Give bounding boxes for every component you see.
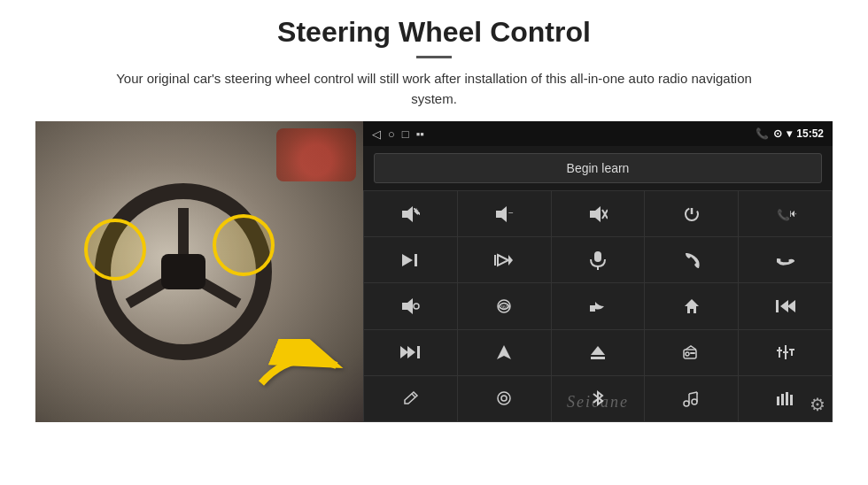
wifi-icon: ▾ — [787, 127, 792, 140]
phone-icon: 📞 — [756, 127, 769, 140]
svg-marker-9 — [590, 206, 601, 222]
status-bar-left: ◁ ○ □ ▪▪ — [372, 127, 424, 141]
vol-up-button[interactable]: + — [364, 191, 457, 236]
dashboard-gauges — [276, 128, 356, 181]
radio-wrapper: + − 📞⏮ 360° — [363, 190, 833, 422]
svg-marker-1 — [402, 206, 413, 222]
svg-marker-16 — [402, 254, 413, 266]
next-next-button[interactable] — [364, 330, 457, 375]
eject-button[interactable] — [552, 330, 645, 375]
circle-gear-button[interactable] — [458, 376, 551, 421]
svg-marker-7 — [496, 206, 507, 222]
back-icon[interactable]: ◁ — [372, 127, 381, 141]
svg-rect-56 — [781, 394, 784, 405]
page-container: Steering Wheel Control Your original car… — [0, 0, 868, 485]
hang-up-button[interactable] — [739, 237, 832, 282]
status-bar: ◁ ○ □ ▪▪ 📞 ⊙ ▾ 15:52 — [363, 121, 833, 146]
music-eq-button[interactable]: * — [645, 376, 738, 421]
svg-rect-17 — [415, 254, 417, 266]
subtitle: Your original car's steering wheel contr… — [102, 69, 766, 109]
radio-button[interactable] — [645, 330, 738, 375]
begin-learn-button[interactable]: Begin learn — [374, 153, 822, 183]
sim-icon: ▪▪ — [416, 127, 424, 141]
highlight-left-buttons — [84, 219, 146, 281]
mic-button[interactable] — [552, 237, 645, 282]
svg-point-48 — [501, 396, 507, 401]
svg-point-50 — [692, 399, 697, 404]
highlight-right-buttons — [213, 214, 275, 276]
svg-text:+: + — [415, 206, 419, 214]
svg-marker-27 — [685, 299, 699, 313]
svg-rect-36 — [591, 357, 605, 359]
page-title: Steering Wheel Control — [277, 16, 591, 49]
svg-rect-21 — [594, 251, 601, 262]
square-icon[interactable]: □ — [402, 127, 409, 141]
home-button[interactable] — [645, 283, 738, 328]
svg-marker-29 — [780, 300, 788, 312]
vol-down-button[interactable]: − — [458, 191, 551, 236]
navigate-button[interactable] — [458, 330, 551, 375]
svg-marker-34 — [497, 345, 511, 359]
svg-marker-20 — [508, 255, 513, 266]
svg-text:*: * — [696, 392, 699, 397]
svg-marker-35 — [591, 346, 605, 355]
svg-rect-57 — [786, 392, 788, 405]
bluetooth-button[interactable] — [552, 376, 645, 421]
prev-prev-button[interactable] — [739, 283, 832, 328]
content-row: ◁ ○ □ ▪▪ 📞 ⊙ ▾ 15:52 Begin learn — [35, 121, 833, 422]
svg-marker-23 — [402, 298, 413, 314]
steering-wheel-image — [35, 121, 363, 422]
svg-rect-31 — [417, 346, 420, 358]
location-icon: ⊙ — [773, 127, 782, 140]
gear-button[interactable]: ⚙ — [810, 394, 825, 415]
svg-text:360°: 360° — [500, 304, 509, 310]
phone-button[interactable] — [645, 237, 738, 282]
speaker-button[interactable] — [364, 283, 457, 328]
power-button[interactable] — [645, 191, 738, 236]
svg-marker-19 — [498, 255, 508, 266]
svg-marker-33 — [400, 346, 408, 358]
svg-rect-28 — [776, 300, 779, 312]
svg-point-24 — [414, 304, 419, 309]
svg-text:⏮: ⏮ — [789, 207, 796, 219]
svg-rect-55 — [777, 396, 779, 405]
cam-360-button[interactable]: 360° — [458, 283, 551, 328]
button-grid: + − 📞⏮ 360° — [363, 190, 833, 422]
svg-marker-30 — [787, 300, 795, 312]
status-bar-right: 📞 ⊙ ▾ 15:52 — [756, 127, 824, 140]
pause-next-button[interactable] — [458, 237, 551, 282]
back-button[interactable] — [552, 283, 645, 328]
svg-text:−: − — [508, 208, 514, 218]
equalizer-button[interactable] — [739, 330, 832, 375]
time-display: 15:52 — [796, 127, 824, 140]
pen-button[interactable] — [364, 376, 457, 421]
radio-ui: ◁ ○ □ ▪▪ 📞 ⊙ ▾ 15:52 Begin learn — [363, 121, 833, 422]
svg-line-46 — [412, 394, 415, 397]
mute-button[interactable] — [552, 191, 645, 236]
sw-center — [161, 254, 205, 289]
svg-marker-32 — [407, 346, 415, 358]
arrow-indicator — [257, 339, 345, 396]
title-divider — [416, 56, 452, 58]
svg-point-38 — [686, 352, 689, 356]
phone-prev-button[interactable]: 📞⏮ — [739, 191, 832, 236]
svg-rect-39 — [690, 352, 695, 354]
svg-rect-58 — [790, 395, 793, 405]
next-button[interactable] — [364, 237, 457, 282]
svg-point-49 — [684, 401, 689, 406]
circle-icon[interactable]: ○ — [388, 127, 395, 141]
begin-learn-row: Begin learn — [363, 146, 833, 190]
svg-text:📞: 📞 — [777, 208, 790, 221]
svg-point-47 — [498, 392, 510, 404]
